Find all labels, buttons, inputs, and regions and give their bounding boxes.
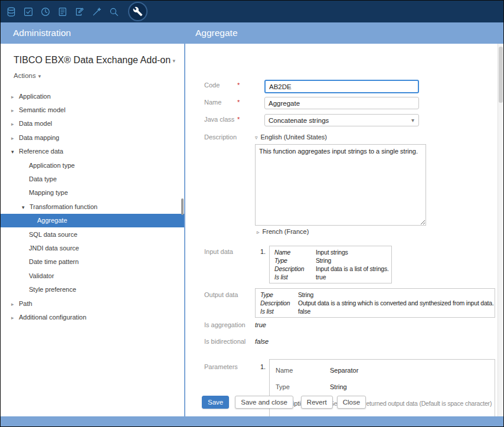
main-scrollbar-thumb[interactable] [499, 47, 503, 103]
search-icon[interactable] [109, 6, 119, 17]
tree-item-path[interactable]: Path [1, 296, 184, 310]
wrench-icon[interactable] [128, 2, 148, 21]
dataset-title: TIBCO EBX® Data Exchange Add-on [14, 55, 171, 66]
code-label: Code [204, 82, 220, 89]
row-key: Is list [260, 307, 298, 315]
save-and-close-button[interactable]: Save and close [235, 396, 293, 409]
chevron-down-icon: ▾ [38, 73, 41, 79]
is-bidirectional-label: Is bidirectional [204, 338, 246, 345]
tree-item-label: Transformation function [30, 203, 97, 210]
dataset-dropdown-caret-icon[interactable]: ▾ [172, 58, 175, 64]
checklist-icon[interactable] [23, 6, 34, 17]
tree-item-data-mapping[interactable]: Data mapping [1, 131, 184, 144]
is-bidirectional-value: false [255, 338, 269, 345]
tree-item-label: Date time pattern [29, 258, 78, 265]
top-toolbar [1, 1, 503, 22]
tree-item-aggregate[interactable]: Aggregate [1, 214, 184, 227]
code-input[interactable] [264, 80, 419, 93]
app-window: Administration Aggregate TIBCO EBX® Data… [0, 0, 504, 427]
tree-item-label: Application type [29, 162, 75, 169]
actions-label: Actions [14, 72, 36, 79]
chevron-right-icon[interactable] [11, 120, 19, 127]
row-value: Input strings [316, 248, 348, 256]
tree-item-label: Style preference [29, 286, 76, 293]
row-key: Description [260, 299, 298, 307]
row-key: Type [274, 256, 316, 265]
java-class-select[interactable]: Concatenate strings [264, 114, 419, 126]
row-value: String [330, 383, 347, 391]
description-label: Description [204, 133, 237, 141]
locale-english-label: English (United States) [261, 133, 328, 141]
tree-item-application[interactable]: Application [1, 89, 184, 103]
edit-document-icon[interactable] [74, 6, 85, 17]
tree-item-jndi-data-source[interactable]: JNDI data source [1, 241, 184, 255]
table-row: TypeString [256, 291, 495, 299]
row-key: Type [276, 383, 330, 391]
tree-item-label: Path [19, 300, 32, 307]
tree-item-validator[interactable]: Validator [1, 269, 184, 282]
table-row: Is listfalse [256, 307, 495, 315]
page-title: Aggregate [195, 28, 238, 38]
locale-english-toggle[interactable]: English (United States) [255, 133, 327, 141]
chevron-right-icon[interactable] [11, 106, 19, 113]
table-row: TypeString [270, 379, 495, 395]
tree-item-label: Additional configuration [19, 314, 86, 321]
tree-item-transformation-function[interactable]: Transformation function [1, 200, 184, 213]
table-row: Value [270, 412, 495, 416]
input-data-table: NameInput strings TypeString Description… [269, 246, 392, 283]
chevron-right-icon[interactable] [11, 93, 19, 100]
navigation-tree: Application Semantic model Data model Da… [1, 89, 184, 324]
java-class-label: Java class [204, 116, 234, 123]
chevron-right-icon[interactable] [11, 300, 19, 307]
description-english-textarea[interactable]: This function aggregates input strings t… [255, 144, 426, 226]
input-data-label: Input data [204, 248, 233, 255]
row-key: Name [274, 248, 316, 256]
sidebar-scrollbar-thumb[interactable] [181, 198, 184, 215]
row-key: Type [260, 291, 298, 299]
tree-item-reference-data[interactable]: Reference data [1, 145, 184, 158]
main-scrollbar[interactable] [498, 44, 503, 416]
tree-item-sql-data-source[interactable]: SQL data source [1, 227, 184, 241]
close-button[interactable]: Close [337, 396, 366, 409]
locale-french-toggle[interactable]: French (France) [257, 228, 309, 235]
tree-item-style-preference[interactable]: Style preference [1, 282, 184, 296]
section-title-administration: Administration [13, 28, 71, 38]
required-marker: * [237, 99, 240, 106]
row-value: Output data is a string which is convert… [298, 299, 494, 307]
chevron-down-icon[interactable] [11, 148, 19, 155]
tree-item-label: Aggregate [37, 217, 67, 224]
chevron-right-icon[interactable] [11, 134, 19, 141]
row-value: String [298, 291, 313, 299]
tree-item-additional-configuration[interactable]: Additional configuration [1, 310, 184, 324]
tree-item-label: Application [19, 93, 51, 100]
is-aggregation-value: true [255, 321, 266, 328]
required-marker: * [237, 116, 240, 123]
actions-menu[interactable]: Actions▾ [14, 72, 41, 79]
tree-item-label: Semantic model [19, 106, 66, 113]
database-icon[interactable] [6, 6, 17, 17]
row-key: Name [276, 366, 330, 374]
name-input[interactable] [264, 97, 419, 109]
parameters-label: Parameters [204, 363, 238, 370]
save-button[interactable]: Save [202, 396, 229, 409]
chevron-right-icon[interactable] [11, 314, 19, 321]
tree-item-application-type[interactable]: Application type [1, 158, 184, 172]
form-action-bar: Save Save and close Revert Close [202, 396, 366, 409]
tree-item-semantic-model[interactable]: Semantic model [1, 103, 184, 116]
table-row: NameInput strings [270, 248, 391, 256]
tree-item-label: SQL data source [29, 231, 77, 238]
name-label: Name [204, 99, 221, 106]
tree-item-label: Validator [29, 272, 54, 279]
tree-item-data-model[interactable]: Data model [1, 117, 184, 131]
form-icon[interactable] [57, 6, 68, 17]
clock-icon[interactable] [40, 6, 51, 17]
sidebar: TIBCO EBX® Data Exchange Add-on ▾ Action… [1, 44, 184, 416]
tree-item-data-type[interactable]: Data type [1, 172, 184, 185]
wand-icon[interactable] [91, 6, 102, 17]
chevron-down-icon[interactable] [22, 203, 30, 210]
tree-item-label: Mapping type [29, 189, 68, 196]
tree-item-mapping-type[interactable]: Mapping type [1, 186, 184, 200]
parameters-index: 1. [260, 363, 266, 370]
revert-button[interactable]: Revert [301, 396, 333, 409]
tree-item-date-time-pattern[interactable]: Date time pattern [1, 255, 184, 269]
